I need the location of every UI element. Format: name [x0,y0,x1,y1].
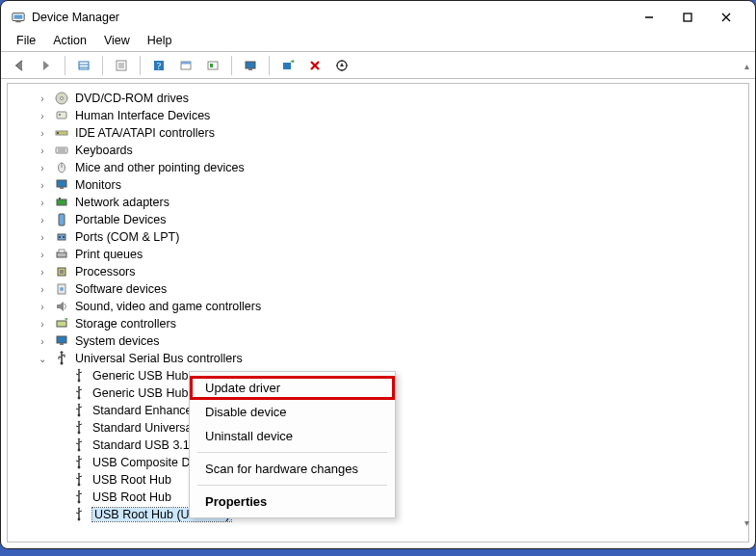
scan-icon[interactable] [277,55,299,76]
menu-file[interactable]: File [9,32,43,49]
chevron-right-icon[interactable]: › [37,283,48,295]
context-menu-item[interactable]: Properties [190,490,395,514]
tree-category-label: Processors [75,265,136,278]
tree-category[interactable]: ›Human Interface Devices [19,107,748,124]
forward-arrow-icon[interactable] [36,55,57,76]
cpu-icon [54,264,69,279]
chevron-down-icon[interactable]: ⌄ [37,353,48,364]
usb-device-icon [71,403,87,418]
usb-device-icon [71,437,87,453]
svg-rect-28 [57,112,66,119]
tree-category[interactable]: ›Sound, video and game controllers [19,298,748,315]
tree-item-label: Generic USB Hub [92,386,188,400]
tree-category-label: Portable Devices [75,213,167,226]
back-arrow-icon[interactable] [9,55,30,76]
chevron-right-icon[interactable]: › [37,162,48,173]
tree-icon[interactable] [202,55,223,76]
chevron-right-icon[interactable]: › [37,127,48,139]
chevron-right-icon[interactable]: › [37,249,48,260]
svg-rect-2 [15,21,20,23]
tree-category[interactable]: ›Processors [19,263,748,280]
svg-rect-51 [57,321,66,327]
show-hidden-icon[interactable] [73,55,94,76]
chevron-right-icon[interactable]: › [37,110,48,121]
usb-device-icon [71,455,87,470]
svg-point-61 [78,484,81,487]
menu-help[interactable]: Help [140,32,180,49]
delete-red-x-icon[interactable] [304,55,326,76]
tree-category[interactable]: ›Portable Devices [19,211,748,228]
tree-category-label: IDE ATA/ATAPI controllers [75,126,215,140]
chevron-right-icon[interactable]: › [37,179,48,191]
svg-point-62 [78,501,81,504]
chevron-right-icon[interactable]: › [37,214,48,225]
toolbar-divider [231,56,232,75]
tree-item-label: USB Composite De [92,456,196,469]
svg-point-58 [78,432,81,435]
tree-item-label: Standard Enhance [92,404,193,417]
chevron-right-icon[interactable]: › [37,197,48,208]
chevron-right-icon[interactable]: › [37,93,48,104]
svg-rect-17 [181,62,191,65]
list-icon[interactable] [175,55,196,76]
tree-category[interactable]: ›Ports (COM & LPT) [19,228,748,246]
scroll-up-icon[interactable]: ▴ [740,59,753,72]
close-button[interactable] [707,7,745,28]
tree-category[interactable]: ›Software devices [19,280,748,298]
scroll-down-icon[interactable]: ▾ [740,516,753,529]
portable-icon [54,212,69,227]
tree-category-label: Human Interface Devices [75,109,210,122]
software-icon [54,281,69,297]
context-menu-item[interactable]: Uninstall device [190,424,395,448]
usb-device-icon [71,472,87,488]
vertical-scrollbar[interactable]: ▴ ▾ [740,59,753,529]
maximize-button[interactable] [668,7,707,28]
tree-category-label: Ports (COM & LPT) [75,230,179,244]
context-menu-item[interactable]: Update driver [190,376,395,400]
tree-category-label: Keyboards [75,144,133,157]
svg-rect-48 [60,270,64,274]
svg-rect-4 [684,13,691,21]
toolbar-divider [65,56,65,75]
chevron-right-icon[interactable]: › [37,318,48,330]
tree-category-label: Network adapters [75,196,169,209]
target-icon[interactable] [331,55,352,76]
app-icon [11,10,26,25]
tree-category[interactable]: ›System devices [19,332,748,350]
svg-rect-40 [59,198,61,199]
context-menu-item[interactable]: Scan for hardware changes [190,457,395,481]
tree-category[interactable]: ›Mice and other pointing devices [19,159,748,176]
chevron-right-icon[interactable]: › [37,266,48,278]
context-menu-item[interactable]: Disable device [190,400,395,424]
menu-action[interactable]: Action [45,32,94,49]
tree-item-label: Standard Universa [92,421,193,435]
svg-point-57 [78,414,81,417]
chevron-right-icon[interactable]: › [37,231,48,243]
chevron-right-icon[interactable]: › [37,145,48,156]
tree-category[interactable]: ›Storage controllers [19,315,748,332]
tree-category[interactable]: ›Print queues [19,246,748,263]
tree-category[interactable]: ›Monitors [19,176,748,194]
tree-category[interactable]: ›Network adapters [19,194,748,211]
chevron-right-icon[interactable]: › [37,301,48,312]
svg-point-60 [78,466,81,469]
network-icon [54,195,69,210]
monitor-icon[interactable] [240,55,261,76]
svg-rect-31 [57,132,59,134]
tree-category-label: Storage controllers [75,317,176,331]
tree-category[interactable]: ⌄Universal Serial Bus controllers [19,350,748,367]
minimize-button[interactable] [630,7,668,28]
svg-rect-29 [59,114,61,116]
properties-icon[interactable] [111,55,132,76]
menu-view[interactable]: View [96,32,138,49]
tree-category[interactable]: ›DVD/CD-ROM drives [19,90,748,107]
usb-device-icon [71,490,87,505]
context-menu-separator [197,452,387,453]
help-icon[interactable]: ? [148,55,169,76]
svg-rect-1 [14,14,23,18]
tree-category[interactable]: ›Keyboards [19,142,748,159]
chevron-right-icon[interactable]: › [37,335,48,347]
tree-category[interactable]: ›IDE ATA/ATAPI controllers [19,124,748,142]
usb-device-icon [71,420,87,436]
tree-item-label: Standard USB 3.1 e [92,438,199,452]
